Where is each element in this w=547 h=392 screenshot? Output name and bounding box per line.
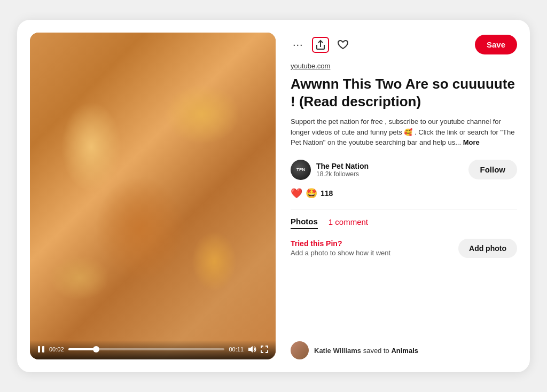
tried-subtitle: Add a photo to show how it went [291, 249, 390, 257]
current-time: 00:02 [49, 346, 64, 352]
saved-action: saved to [363, 347, 392, 355]
fullscreen-button[interactable] [261, 346, 268, 353]
avatar-image: TPN [291, 160, 311, 180]
volume-controls [248, 346, 268, 353]
author-info: TPN The Pet Nation 18.2k followers [291, 160, 369, 180]
progress-bar[interactable] [68, 348, 225, 350]
avatar-initials: TPN [296, 167, 305, 172]
play-pause-button[interactable] [37, 346, 45, 353]
add-photo-button[interactable]: Add photo [458, 239, 517, 258]
save-button[interactable]: Save [475, 35, 517, 54]
progress-thumb [93, 346, 99, 352]
video-controls: 00:02 00:11 [30, 340, 276, 359]
tab-comments[interactable]: 1 comment [329, 217, 368, 229]
top-actions-row: ··· Save [291, 35, 517, 54]
follow-button[interactable]: Follow [468, 160, 518, 179]
share-button[interactable] [312, 37, 329, 53]
saver-avatar [291, 341, 309, 359]
author-details: The Pet Nation 18.2k followers [316, 162, 369, 178]
progress-fill [68, 348, 97, 350]
source-link[interactable]: youtube.com [291, 62, 517, 70]
total-time: 00:11 [229, 346, 244, 352]
saved-text: Katie Williams saved to Animals [314, 347, 418, 355]
pin-description: Support the pet nation for free , subscr… [291, 116, 517, 148]
author-row: TPN The Pet Nation 18.2k followers Follo… [291, 160, 517, 180]
reaction-emoji-star: 🤩 [306, 187, 317, 199]
video-thumbnail [30, 33, 276, 359]
saved-board: Animals [391, 347, 418, 355]
tried-title: Tried this Pin? [291, 239, 390, 248]
video-section: 00:02 00:11 [30, 33, 276, 359]
like-button[interactable] [335, 38, 350, 52]
dots-icon: ··· [293, 38, 303, 51]
reaction-emoji-heart: ❤️ [291, 187, 302, 199]
pin-card: 00:02 00:11 [17, 20, 530, 372]
more-options-button[interactable]: ··· [291, 36, 306, 53]
volume-button[interactable] [248, 346, 256, 353]
saver-name: Katie Williams [314, 347, 361, 355]
author-followers: 18.2k followers [316, 170, 369, 178]
divider [291, 209, 517, 209]
top-left-icons: ··· [291, 36, 350, 53]
svg-rect-0 [38, 346, 40, 352]
tried-section: Tried this Pin? Add a photo to show how … [291, 239, 517, 258]
saved-row: Katie Williams saved to Animals [291, 336, 517, 359]
tried-text: Tried this Pin? Add a photo to show how … [291, 239, 390, 257]
info-section: ··· Save youtube.com [291, 33, 517, 359]
avatar[interactable]: TPN [291, 160, 311, 180]
tab-photos[interactable]: Photos [291, 217, 318, 229]
tabs-row: Photos 1 comment [291, 217, 517, 229]
svg-rect-1 [42, 346, 44, 352]
more-link[interactable]: More [463, 138, 480, 146]
author-name: The Pet Nation [316, 162, 369, 170]
svg-marker-2 [248, 346, 253, 352]
description-text: Support the pet nation for free , subscr… [291, 117, 515, 146]
reactions-row: ❤️ 🤩 118 [291, 187, 517, 199]
pin-title: Awwnn This Two Are so cuuuuute ! (Read d… [291, 75, 517, 110]
reaction-count: 118 [321, 189, 333, 198]
